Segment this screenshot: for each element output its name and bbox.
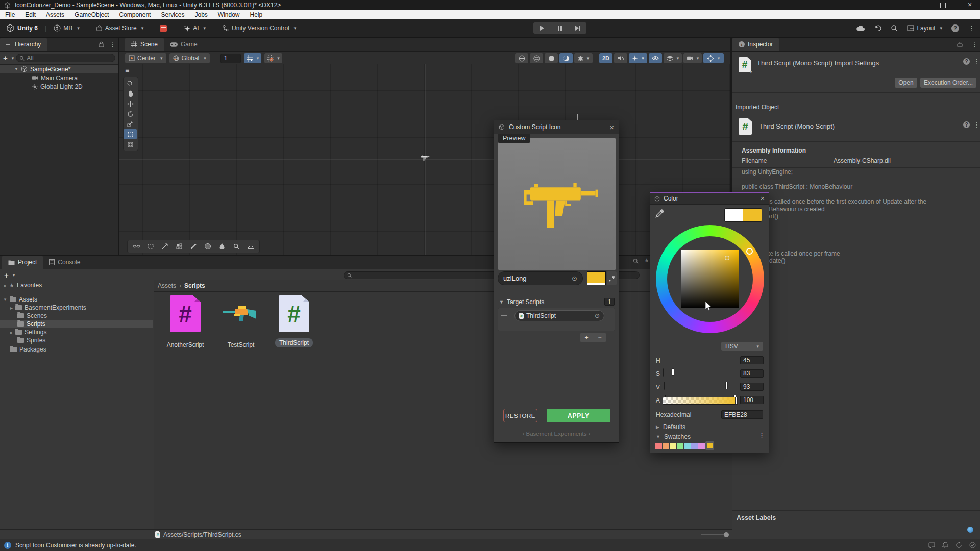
- progress-status-icon[interactable]: [969, 542, 976, 548]
- play-button[interactable]: [533, 22, 551, 34]
- icon-name-input[interactable]: ⊙: [498, 271, 583, 285]
- inspector-menu-button[interactable]: ⋮: [971, 40, 978, 48]
- project-create-caret[interactable]: ▾: [13, 272, 15, 278]
- layout-button[interactable]: Layout▾: [907, 24, 942, 32]
- ai-button[interactable]: AI▾: [183, 24, 206, 32]
- lock-icon[interactable]: [957, 41, 963, 47]
- create-menu-button[interactable]: +: [3, 54, 8, 62]
- grid-size-input[interactable]: [220, 54, 241, 63]
- create-menu-caret[interactable]: ▾: [12, 56, 14, 61]
- tree-item-packages[interactable]: Packages: [0, 345, 153, 354]
- tree-item-assets[interactable]: ▼ Assets: [0, 295, 153, 304]
- swatch[interactable]: [663, 443, 669, 449]
- debug-draw-button[interactable]: ▾: [574, 53, 593, 63]
- terrain-tool-icon[interactable]: [244, 241, 257, 252]
- step-button[interactable]: [569, 22, 586, 34]
- scene-viewport[interactable]: ≡: [119, 64, 730, 255]
- scale-tool-button[interactable]: [124, 119, 137, 129]
- 2d-toggle-button[interactable]: 2D: [599, 53, 612, 63]
- expander-icon[interactable]: ▼: [3, 297, 7, 302]
- tab-console[interactable]: Console: [43, 256, 86, 269]
- menu-item-services[interactable]: Services: [156, 11, 189, 18]
- menu-item-gameobject[interactable]: GameObject: [69, 11, 114, 18]
- tree-item-favorites[interactable]: ▸ ★ Favorites: [0, 281, 153, 289]
- rect-tool-button[interactable]: [124, 129, 137, 139]
- menu-item-edit[interactable]: Edit: [20, 11, 41, 18]
- undo-history-button[interactable]: [874, 24, 881, 32]
- help-button[interactable]: ?: [951, 24, 959, 32]
- breadcrumb-current[interactable]: Scripts: [184, 282, 205, 289]
- slice-tool-icon[interactable]: [158, 241, 172, 252]
- paint-tool-icon[interactable]: [215, 241, 229, 252]
- hierarchy-menu-button[interactable]: ⋮: [109, 40, 116, 48]
- maximize-button[interactable]: [940, 3, 946, 8]
- status-message[interactable]: Script Icon Customiser is already up-to-…: [15, 542, 136, 549]
- object-picker-icon[interactable]: ⊙: [595, 312, 600, 319]
- target-scripts-count[interactable]: 1: [604, 298, 615, 306]
- version-control-button[interactable]: Unity Version Control▾: [222, 24, 296, 32]
- snap-toggle-button[interactable]: ▾: [244, 53, 262, 63]
- asset-item-anotherscript[interactable]: # AnotherScript: [160, 295, 211, 348]
- collab-alert-icon[interactable]: [160, 25, 167, 32]
- expander-icon[interactable]: ▸: [10, 305, 13, 311]
- eyedropper-button[interactable]: [655, 209, 664, 218]
- audio-toggle-button[interactable]: [614, 53, 627, 63]
- icon-dropdown-caret[interactable]: ▾: [750, 69, 752, 74]
- menu-item-assets[interactable]: Assets: [41, 11, 69, 18]
- toolbar-overflow-button[interactable]: ⋮: [968, 24, 975, 32]
- tree-item-basementexperiments[interactable]: ▸ BasementExperiments: [0, 304, 153, 312]
- zoom-tool-icon[interactable]: [230, 241, 243, 252]
- ai-assistant-dot[interactable]: [967, 527, 973, 533]
- refresh-activity-icon[interactable]: [955, 542, 962, 548]
- alpha-slider[interactable]: [663, 397, 738, 405]
- asset-item-thirdscript[interactable]: # ThirdScript: [268, 295, 320, 346]
- account-button[interactable]: MB▾: [54, 24, 80, 32]
- foldout-icon[interactable]: ▶: [656, 424, 659, 430]
- pause-button[interactable]: [551, 22, 569, 34]
- object-picker-icon[interactable]: ⊙: [572, 274, 577, 282]
- project-create-button[interactable]: +: [4, 271, 9, 280]
- header-menu-button[interactable]: ⋮: [973, 58, 980, 65]
- restore-button[interactable]: RESTORE: [503, 409, 537, 422]
- execution-order-button[interactable]: Execution Order...: [920, 78, 976, 88]
- drag-handle-icon[interactable]: [501, 313, 507, 317]
- minimize-button[interactable]: ─: [914, 1, 918, 8]
- saturation-slider[interactable]: [664, 382, 665, 390]
- view-tool-button[interactable]: [124, 88, 137, 98]
- tab-project[interactable]: Project: [2, 256, 43, 269]
- help-icon[interactable]: ?: [963, 121, 970, 128]
- apply-button[interactable]: APPLY: [547, 409, 610, 422]
- swatch[interactable]: [684, 443, 691, 449]
- tab-game[interactable]: Game: [164, 38, 204, 51]
- menu-item-file[interactable]: File: [0, 11, 20, 18]
- rotate-tool-button[interactable]: [124, 109, 137, 119]
- scene-visibility-button[interactable]: [649, 53, 662, 63]
- swatch[interactable]: [698, 443, 705, 449]
- cloud-icon[interactable]: [856, 25, 865, 31]
- sv-box[interactable]: [681, 250, 739, 308]
- asset-item-testscript[interactable]: TestScript: [215, 295, 266, 348]
- tree-item-scripts[interactable]: Scripts: [0, 320, 153, 328]
- camera-settings-button[interactable]: ▾: [683, 53, 702, 63]
- overlay-menu-icon[interactable]: ≡: [125, 66, 129, 74]
- hue-ring-indicator[interactable]: [746, 248, 753, 255]
- swatch[interactable]: [655, 443, 662, 449]
- layers-button[interactable]: ▾: [664, 53, 682, 63]
- tree-item-settings[interactable]: ▸ Settings: [0, 328, 153, 336]
- swatches-foldout[interactable]: ▼ Swatches: [656, 433, 691, 440]
- hex-input[interactable]: [721, 410, 763, 419]
- grid-settings-button[interactable]: ▾: [264, 53, 282, 63]
- target-scripts-foldout[interactable]: ▼ Target Scripts 1: [499, 298, 615, 306]
- menu-item-jobs[interactable]: Jobs: [189, 11, 212, 18]
- menu-item-component[interactable]: Component: [114, 11, 156, 18]
- tab-hierarchy[interactable]: Hierarchy: [0, 38, 47, 51]
- lighting-toggle-button[interactable]: [559, 53, 573, 63]
- wireframe-mode-button[interactable]: [530, 53, 543, 63]
- slider-handle[interactable]: [672, 368, 674, 376]
- notification-bell-icon[interactable]: [942, 542, 948, 548]
- v-value-input[interactable]: [740, 383, 764, 391]
- rect-select-icon[interactable]: [144, 241, 157, 252]
- lock-icon[interactable]: [99, 41, 104, 47]
- transform-tool-button[interactable]: [124, 139, 137, 149]
- hue-slider[interactable]: [663, 368, 664, 377]
